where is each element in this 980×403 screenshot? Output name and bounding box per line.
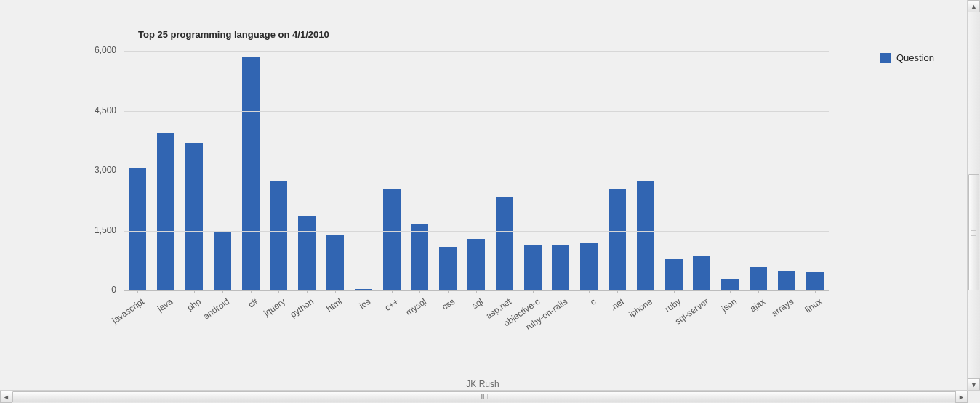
chart-title: Top 25 programming language on 4/1/2010 [138,29,329,40]
y-tick-label: 1,500 [80,225,116,235]
x-tick [589,290,590,293]
chevron-right-icon: ► [958,394,965,401]
scroll-right-button[interactable]: ► [955,391,968,403]
bar-javascript[interactable] [129,168,146,290]
x-tick [758,290,759,293]
scroll-grip-icon: ׀׀׀ [481,392,487,400]
chart-panel: Top 25 programming language on 4/1/2010 … [15,7,952,378]
bar-c-[interactable] [242,57,260,290]
x-tick [533,290,534,293]
x-tick [364,290,364,293]
bar-html[interactable] [326,235,344,290]
scrollbar-corner [968,391,980,403]
x-tick [617,290,618,293]
x-tick [137,290,138,293]
chevron-left-icon: ◄ [3,394,9,401]
bar-ruby-on-rails[interactable] [552,245,569,290]
legend-label-question: Question [896,52,934,63]
x-tick [730,290,731,293]
chevron-up-icon: ▲ [971,3,977,10]
legend-swatch-question [880,53,891,63]
x-tick [251,290,252,293]
bar--net[interactable] [609,189,626,290]
scroll-down-button[interactable]: ▼ [968,378,980,391]
x-tick [787,290,787,293]
bar-python[interactable] [298,216,316,290]
x-tick [646,290,646,293]
gridline [124,171,829,171]
x-tick [702,290,702,293]
bar-ajax[interactable] [750,267,767,290]
bar-mysql[interactable] [411,224,428,290]
vertical-scrollbar[interactable]: ▲ ▼ [967,0,980,391]
bar-ruby[interactable] [665,259,683,290]
plot-area: 01,5003,0004,5006,000javascriptjavaphpan… [124,51,829,290]
x-tick [222,290,223,293]
x-tick [674,290,675,293]
y-tick-label: 3,000 [80,165,116,175]
bar-objective-c[interactable] [524,245,542,290]
bar-c-[interactable] [383,189,401,290]
bar-jquery[interactable] [270,181,287,290]
bar-php[interactable] [185,143,203,291]
bar-iphone[interactable] [637,181,654,290]
content-viewport: Top 25 programming language on 4/1/2010 … [0,0,965,391]
bar-sql[interactable] [467,239,485,291]
bar-css[interactable] [439,247,457,291]
bar-arrays[interactable] [778,271,795,291]
x-tick [392,290,393,293]
x-tick [815,290,816,293]
y-tick-label: 6,000 [80,45,116,55]
credit-link[interactable]: JK Rush [466,379,499,389]
x-tick [194,290,195,293]
x-tick [335,290,336,293]
bar-java[interactable] [157,133,174,290]
gridline [124,111,829,112]
x-tick [561,290,561,293]
vertical-scroll-thumb[interactable] [968,174,979,290]
x-tick [307,290,308,293]
bar-c[interactable] [580,243,598,290]
bar-sql-server[interactable] [693,256,710,290]
x-tick [278,290,279,293]
footer-credit: JK Rush [0,379,965,389]
horizontal-scroll-track[interactable]: ׀׀׀ [12,391,955,403]
bar-linux[interactable] [806,272,824,290]
horizontal-scroll-thumb[interactable]: ׀׀׀ [12,391,955,402]
bar-asp-net[interactable] [496,197,513,290]
chevron-down-icon: ▼ [971,381,977,388]
scroll-up-button[interactable]: ▲ [968,0,980,12]
horizontal-scrollbar[interactable]: ◄ ׀׀׀ ► [0,390,980,403]
bar-json[interactable] [721,279,739,291]
y-tick-label: 0 [80,285,116,295]
y-tick-label: 4,500 [80,105,116,115]
x-tick [166,290,166,293]
legend: Question [880,52,934,63]
scroll-left-button[interactable]: ◄ [0,391,12,403]
x-tick [419,290,420,293]
x-tick [476,290,477,293]
gridline [124,51,829,52]
x-tick [505,290,505,293]
x-tick [448,290,449,293]
gridline [124,231,829,232]
bar-android[interactable] [214,232,231,290]
